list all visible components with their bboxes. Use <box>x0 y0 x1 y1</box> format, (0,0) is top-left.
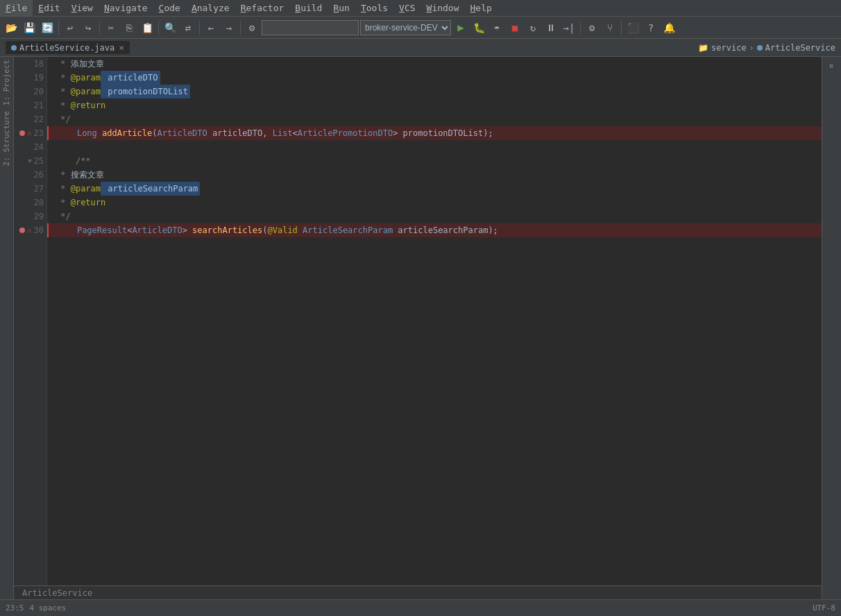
find-btn[interactable]: 🔍 <box>162 19 178 36</box>
undo-btn[interactable]: ↩ <box>62 19 78 36</box>
menu-navigate[interactable]: Navigate <box>99 0 153 16</box>
suspend-btn[interactable]: ⏸ <box>543 19 559 36</box>
code-line-22: */ <box>47 112 822 126</box>
menu-file[interactable]: File <box>0 0 33 16</box>
sep6 <box>580 21 581 35</box>
file-tab-close[interactable]: × <box>119 42 124 53</box>
cut-btn[interactable]: ✂ <box>103 19 119 36</box>
menu-view[interactable]: View <box>66 0 99 16</box>
sync-btn[interactable]: 🔄 <box>39 19 56 36</box>
right-panel: ≡ <box>822 57 841 599</box>
warning-23: ⚠ <box>27 126 32 140</box>
file-tab-icon <box>11 45 17 51</box>
status-line-col: 23:5 <box>6 604 24 613</box>
line-24: 24 <box>17 140 44 154</box>
code-line-30: PageResult<ArticleDTO> searchArticles(@V… <box>47 223 822 237</box>
line-18: 18 <box>17 57 44 71</box>
sep3 <box>158 21 159 35</box>
code-line-26: * 搜索文章 <box>47 168 822 182</box>
replace-btn[interactable]: ⇄ <box>180 19 196 36</box>
menu-code[interactable]: Code <box>153 0 186 16</box>
code-line-29: */ <box>47 209 822 223</box>
code-content[interactable]: * 添加文章 * @param articleDTO * @param prom… <box>47 57 822 585</box>
file-tab-label: ArticleService.java <box>19 43 114 53</box>
status-spaces: 4 spaces <box>30 604 67 613</box>
status-encoding: UTF-8 <box>813 604 835 613</box>
fold-25[interactable]: ▼ <box>28 154 31 168</box>
stop-btn[interactable]: ■ <box>507 19 523 36</box>
project-tab[interactable]: 1: Project <box>1 57 12 108</box>
build-btn[interactable]: ⚙ <box>244 19 260 36</box>
toolbar: 📂 💾 🔄 ↩ ↪ ✂ ⎘ 📋 🔍 ⇄ ← → ⚙ broker-service… <box>0 17 841 39</box>
breakpoint-23[interactable] <box>19 130 25 136</box>
menu-vcs[interactable]: VCS <box>393 0 420 16</box>
code-line-21: * @return <box>47 99 822 112</box>
status-bar: 23:5 4 spaces UTF-8 <box>0 599 841 616</box>
code-line-25: /** <box>47 154 822 168</box>
code-line-23: Long addArticle(ArticleDTO articleDTO, L… <box>47 126 822 140</box>
forward-btn[interactable]: → <box>221 19 237 36</box>
line-28: 28 <box>17 196 44 209</box>
menu-window[interactable]: Window <box>421 0 465 16</box>
vcs-btn[interactable]: ⑂ <box>602 19 618 36</box>
warning-30: ⚠ <box>27 223 32 237</box>
run-config-dropdown[interactable]: broker-service-DEV <box>360 20 451 35</box>
service-breadcrumb-label: service <box>711 43 747 53</box>
structure-tab[interactable]: 2: Structure <box>1 108 12 169</box>
run-config-input[interactable] <box>262 20 359 35</box>
line-23: ⚠ 23 <box>17 126 44 140</box>
line-numbers: 18 19 20 21 22 ⚠ 23 24 ▼ 25 26 27 28 29 <box>14 57 47 585</box>
line-30: ⚠ 30 <box>17 223 44 237</box>
line-27: 27 <box>17 182 44 196</box>
notifications-btn[interactable]: 🔔 <box>661 19 677 36</box>
file-tab-article-service[interactable]: ArticleService.java × <box>6 41 130 54</box>
file-tab-bar: ArticleService.java × 📁 service › Articl… <box>0 39 841 57</box>
menu-tools[interactable]: Tools <box>355 0 393 16</box>
left-tabs: 1: Project 2: Structure <box>0 57 14 599</box>
paste-btn[interactable]: 📋 <box>139 19 155 36</box>
editor-footer: ArticleService <box>14 585 822 599</box>
code-editor: 18 19 20 21 22 ⚠ 23 24 ▼ 25 26 27 28 29 <box>14 57 822 585</box>
menu-bar: File Edit View Navigate Code Analyze Ref… <box>0 0 841 17</box>
line-20: 20 <box>17 85 44 99</box>
right-icon-1[interactable]: ≡ <box>822 57 840 75</box>
debug-btn[interactable]: 🐛 <box>470 19 487 36</box>
breakpoint-30[interactable] <box>19 228 25 233</box>
back-btn[interactable]: ← <box>203 19 219 36</box>
code-line-28: * @return <box>47 196 822 209</box>
save-all-btn[interactable]: 💾 <box>21 19 37 36</box>
coverage-btn[interactable]: ☂ <box>489 19 505 36</box>
code-line-27: * @param articleSearchParam <box>47 182 822 196</box>
editor-area: 18 19 20 21 22 ⚠ 23 24 ▼ 25 26 27 28 29 <box>14 57 822 599</box>
line-22: 22 <box>17 112 44 126</box>
breadcrumb-service: 📁 service › ArticleService <box>698 43 835 53</box>
main-layout: 1: Project 2: Structure 18 19 20 21 22 ⚠… <box>0 57 841 599</box>
rerun-btn[interactable]: ↻ <box>525 19 541 36</box>
sep5 <box>240 21 241 35</box>
redo-btn[interactable]: ↪ <box>80 19 96 36</box>
code-line-20: * @param promotionDTOList <box>47 85 822 99</box>
line-31 <box>17 237 44 251</box>
run-btn[interactable]: ▶ <box>452 19 469 36</box>
menu-run[interactable]: Run <box>328 0 355 16</box>
open-btn[interactable]: 📂 <box>3 19 19 36</box>
menu-build[interactable]: Build <box>289 0 328 16</box>
terminal-btn[interactable]: ⬛ <box>625 19 641 36</box>
step-over-btn[interactable]: →| <box>561 19 577 36</box>
article-service-icon <box>757 45 763 51</box>
sep1 <box>58 21 59 35</box>
menu-edit[interactable]: Edit <box>33 0 65 16</box>
line-25: ▼ 25 <box>17 154 44 168</box>
editor-footer-label: ArticleService <box>22 588 92 598</box>
code-line-19: * @param articleDTO <box>47 71 822 85</box>
help-btn[interactable]: ? <box>643 19 659 36</box>
copy-btn[interactable]: ⎘ <box>121 19 137 36</box>
menu-refactor[interactable]: Refactor <box>235 0 290 16</box>
sep7 <box>621 21 622 35</box>
code-line-18: * 添加文章 <box>47 57 822 71</box>
line-21: 21 <box>17 99 44 112</box>
settings-btn[interactable]: ⚙ <box>584 19 600 36</box>
menu-analyze[interactable]: Analyze <box>186 0 235 16</box>
menu-help[interactable]: Help <box>465 0 498 16</box>
line-26: 26 <box>17 168 44 182</box>
